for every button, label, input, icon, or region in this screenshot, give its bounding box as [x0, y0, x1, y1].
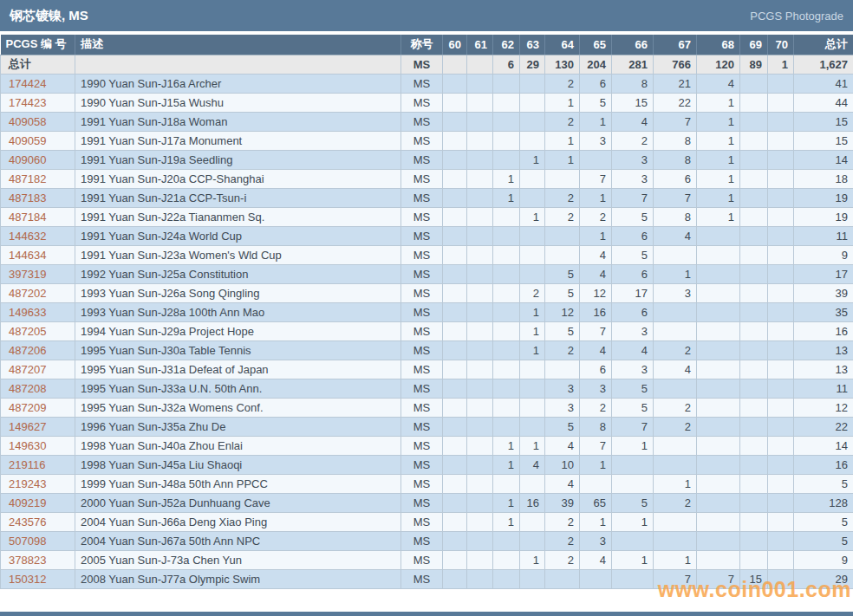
grade-count-64: [545, 226, 580, 245]
grade-count-63: [520, 360, 545, 379]
coin-description: 1995 Yuan Sun-J33a U.N. 50th Ann.: [75, 379, 401, 398]
grade-count-67: 22: [654, 93, 697, 112]
grade-count-61: [467, 360, 493, 379]
totals-grade-63: 29: [520, 55, 545, 74]
grade-count-61: [467, 436, 493, 455]
grade-count-63: [520, 112, 545, 131]
grade-count-66: [612, 474, 654, 493]
grade-count-62: [493, 474, 520, 493]
row-total: 19: [794, 207, 853, 226]
grade-count-61: [467, 321, 493, 340]
pcgs-number-link[interactable]: 150312: [1, 569, 75, 588]
pcgs-number-link[interactable]: 487184: [1, 207, 75, 226]
pcgs-number-link[interactable]: 174423: [1, 93, 75, 112]
col-header-grade-60: 60: [443, 35, 467, 55]
grade-count-61: [467, 150, 493, 169]
grade-count-69: [740, 150, 768, 169]
pcgs-number-link[interactable]: 487202: [1, 283, 75, 302]
table-row: 1496301998 Yuan Sun-J40a Zhou EnlaiMS114…: [1, 436, 853, 455]
grade-count-63: 1: [520, 436, 545, 455]
grade-count-62: [493, 264, 520, 283]
grade-count-68: [697, 360, 740, 379]
grade-count-61: [467, 379, 493, 398]
grade-count-69: [740, 436, 768, 455]
grade-count-69: [740, 360, 768, 379]
pcgs-number-link[interactable]: 144634: [1, 245, 75, 264]
grade-count-69: [740, 474, 768, 493]
table-row: 1744231990 Yuan Sun-J15a WushuMS15152214…: [1, 93, 853, 112]
designation-value: MS: [401, 512, 443, 531]
coin-description: 1998 Yuan Sun-J40a Zhou Enlai: [75, 436, 401, 455]
row-total: 13: [794, 340, 853, 360]
pcgs-number-link[interactable]: 507098: [1, 531, 75, 550]
pcgs-number-link[interactable]: 219116: [1, 455, 75, 474]
coin-description: 1995 Yuan Sun-J31a Defeat of Japan: [75, 360, 401, 379]
pcgs-number-link[interactable]: 149630: [1, 436, 75, 455]
row-total: 13: [794, 360, 853, 379]
grade-count-63: [520, 379, 545, 398]
pcgs-number-link[interactable]: 409059: [1, 131, 75, 150]
pcgs-number-link[interactable]: 487182: [1, 169, 75, 188]
col-header-grade-63: 63: [520, 35, 545, 55]
grade-count-60: [443, 550, 467, 569]
totals-grade-61: [467, 55, 493, 74]
grade-count-69: 15: [740, 569, 768, 588]
coin-description: 1991 Yuan Sun-J24a World Cup: [75, 226, 401, 245]
grade-count-60: [443, 436, 467, 455]
coin-description: 1991 Yuan Sun-J22a Tiananmen Sq.: [75, 207, 401, 226]
row-total: 9: [794, 550, 853, 569]
pcgs-number-link[interactable]: 149627: [1, 417, 75, 436]
grade-count-61: [467, 207, 493, 226]
designation-value: MS: [401, 360, 443, 379]
grade-count-70: [768, 169, 794, 188]
coin-description: 1999 Yuan Sun-J48a 50th Ann PPCC: [75, 474, 401, 493]
pcgs-number-link[interactable]: 409219: [1, 493, 75, 512]
pcgs-number-link[interactable]: 487183: [1, 188, 75, 207]
grade-count-70: [768, 417, 794, 436]
grade-count-60: [443, 207, 467, 226]
grade-count-66: 3: [612, 321, 654, 340]
pcgs-number-link[interactable]: 487209: [1, 398, 75, 417]
row-total: 29: [794, 569, 853, 588]
grade-count-66: 3: [612, 360, 654, 379]
grade-count-63: 2: [520, 283, 545, 302]
pcgs-number-link[interactable]: 487208: [1, 379, 75, 398]
grade-count-69: [740, 112, 768, 131]
grade-count-68: [697, 302, 740, 321]
grade-count-62: [493, 321, 520, 340]
grade-count-60: [443, 283, 467, 302]
grade-count-63: [520, 245, 545, 264]
grade-count-62: [493, 302, 520, 321]
pcgs-number-link[interactable]: 219243: [1, 474, 75, 493]
coin-description: 1993 Yuan Sun-J28a 100th Ann Mao: [75, 302, 401, 321]
row-total: 12: [794, 398, 853, 417]
designation-value: MS: [401, 474, 443, 493]
pcgs-number-link[interactable]: 397319: [1, 264, 75, 283]
grade-count-65: 7: [580, 436, 612, 455]
photograde-label[interactable]: PCGS Photograde: [750, 10, 843, 23]
grade-count-69: [740, 264, 768, 283]
pcgs-number-link[interactable]: 487207: [1, 360, 75, 379]
grade-count-69: [740, 188, 768, 207]
col-header-grade-64: 64: [545, 35, 580, 55]
grade-count-65: 1: [580, 512, 612, 531]
grade-count-68: 1: [697, 131, 740, 150]
grade-count-70: [768, 283, 794, 302]
grade-count-61: [467, 474, 493, 493]
grade-count-63: [520, 226, 545, 245]
grade-count-63: [520, 74, 545, 93]
grade-count-66: 15: [612, 93, 654, 112]
grade-count-70: [768, 264, 794, 283]
grade-count-70: [768, 455, 794, 474]
pcgs-number-link[interactable]: 487206: [1, 340, 75, 360]
pcgs-number-link[interactable]: 487205: [1, 321, 75, 340]
pcgs-number-link[interactable]: 174424: [1, 74, 75, 93]
pcgs-number-link[interactable]: 144632: [1, 226, 75, 245]
pcgs-number-link[interactable]: 149633: [1, 302, 75, 321]
pcgs-number-link[interactable]: 378823: [1, 550, 75, 569]
pcgs-number-link[interactable]: 409060: [1, 150, 75, 169]
grade-count-64: 2: [545, 340, 580, 360]
pcgs-number-link[interactable]: 243576: [1, 512, 75, 531]
coin-description: 1991 Yuan Sun-J21a CCP-Tsun-i: [75, 188, 401, 207]
pcgs-number-link[interactable]: 409058: [1, 112, 75, 131]
